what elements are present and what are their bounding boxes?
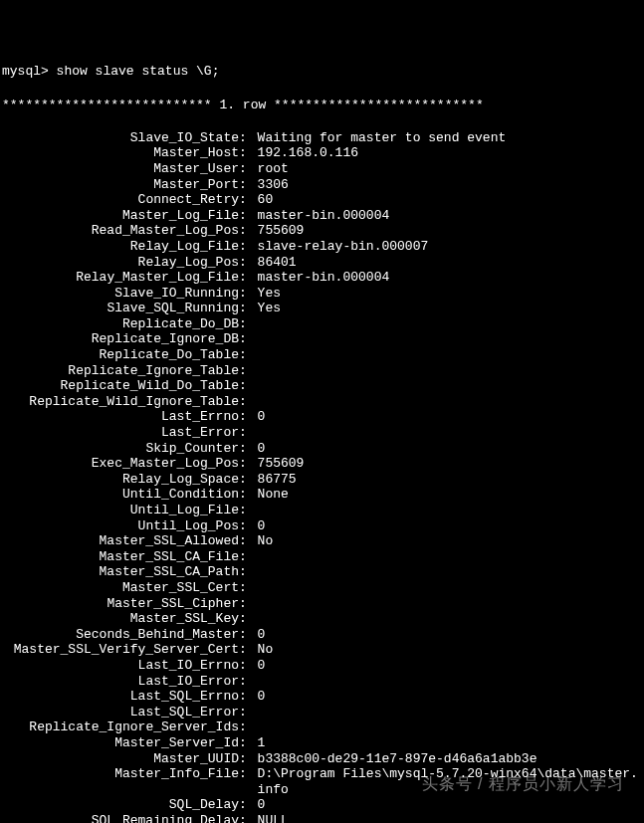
status-value — [258, 720, 642, 735]
separator: : — [239, 409, 258, 425]
status-row: Seconds_Behind_Master: 0 — [2, 627, 642, 643]
status-row: Relay_Master_Log_File: master-bin.000004 — [2, 270, 642, 286]
separator: : — [239, 720, 258, 735]
status-row: Replicate_Ignore_Table: — [2, 363, 642, 379]
status-label: Master_Port — [2, 177, 239, 193]
separator: : — [239, 208, 258, 224]
status-value — [258, 378, 642, 394]
status-value: No — [258, 533, 642, 549]
separator: : — [239, 658, 258, 674]
status-value — [258, 674, 642, 690]
status-label: Master_SSL_Verify_Server_Cert — [2, 642, 239, 658]
status-row: Master_SSL_CA_Path: — [2, 564, 642, 580]
status-label: Read_Master_Log_Pos — [2, 223, 239, 239]
separator: : — [239, 223, 258, 239]
status-value — [258, 347, 642, 363]
status-row: Until_Condition: None — [2, 487, 642, 503]
separator: : — [239, 270, 258, 286]
status-value: Yes — [258, 301, 642, 316]
status-value: 0 — [258, 689, 642, 705]
status-row: Last_SQL_Errno: 0 — [2, 689, 642, 705]
status-value: 3306 — [258, 177, 642, 193]
status-value: 86401 — [258, 255, 642, 271]
status-row: Until_Log_File: — [2, 503, 642, 518]
status-row: Master_SSL_CA_File: — [2, 549, 642, 565]
separator: : — [239, 751, 258, 767]
status-value — [258, 580, 642, 596]
status-label: Relay_Log_Space — [2, 472, 239, 488]
status-row: Connect_Retry: 60 — [2, 192, 642, 208]
status-row: Master_SSL_Cert: — [2, 580, 642, 596]
status-label: Master_SSL_Cipher — [2, 596, 239, 612]
status-label: Connect_Retry — [2, 192, 239, 208]
status-value — [258, 394, 642, 410]
status-value — [258, 503, 642, 518]
separator: : — [239, 766, 258, 797]
mysql-prompt[interactable]: mysql> show slave status \G; — [2, 64, 642, 80]
status-row: Master_Host: 192.168.0.116 — [2, 145, 642, 161]
separator: : — [239, 425, 258, 441]
status-label: Master_Host — [2, 145, 239, 161]
status-row: Master_User: root — [2, 161, 642, 177]
separator: : — [239, 378, 258, 394]
separator: : — [239, 487, 258, 503]
status-row: Replicate_Do_DB: — [2, 316, 642, 332]
status-row: SQL_Delay: 0 — [2, 797, 642, 813]
separator: : — [239, 518, 258, 534]
status-row: Relay_Log_Pos: 86401 — [2, 255, 642, 271]
separator: : — [239, 456, 258, 472]
status-row: Last_IO_Errno: 0 — [2, 658, 642, 674]
status-value — [258, 425, 642, 441]
status-row: Master_UUID: b3388c00-de29-11e7-897e-d46… — [2, 751, 642, 767]
status-row: Master_SSL_Allowed: No — [2, 533, 642, 549]
separator: : — [239, 192, 258, 208]
status-label: Replicate_Wild_Ignore_Table — [2, 394, 239, 410]
row-header: *************************** 1. row *****… — [2, 98, 642, 113]
status-output: Slave_IO_State: Waiting for master to se… — [2, 130, 642, 823]
status-label: Master_Info_File — [2, 766, 239, 797]
status-label: Slave_IO_Running — [2, 286, 239, 302]
separator: : — [239, 130, 258, 146]
status-label: Skip_Counter — [2, 441, 239, 457]
status-row: Skip_Counter: 0 — [2, 441, 642, 457]
status-value: 192.168.0.116 — [258, 145, 642, 161]
separator: : — [239, 674, 258, 690]
separator: : — [239, 813, 258, 823]
status-label: Master_SSL_CA_Path — [2, 564, 239, 580]
status-value: Waiting for master to send event — [258, 130, 642, 146]
separator: : — [239, 705, 258, 720]
status-row: Master_Log_File: master-bin.000004 — [2, 208, 642, 224]
status-value — [258, 549, 642, 565]
status-value: 86775 — [258, 472, 642, 488]
status-label: Master_SSL_CA_File — [2, 549, 239, 565]
status-label: Replicate_Do_Table — [2, 347, 239, 363]
status-label: Last_SQL_Errno — [2, 689, 239, 705]
separator: : — [239, 239, 258, 255]
status-value: 0 — [258, 658, 642, 674]
status-label: Last_IO_Errno — [2, 658, 239, 674]
status-row: Relay_Log_File: slave-relay-bin.000007 — [2, 239, 642, 255]
separator: : — [239, 596, 258, 612]
status-value: 755609 — [258, 456, 642, 472]
separator: : — [239, 627, 258, 643]
separator: : — [239, 611, 258, 627]
status-label: Last_IO_Error — [2, 674, 239, 690]
status-label: Replicate_Ignore_DB — [2, 331, 239, 347]
status-row: Last_Errno: 0 — [2, 409, 642, 425]
status-label: Master_SSL_Cert — [2, 580, 239, 596]
status-label: Last_Errno — [2, 409, 239, 425]
status-row: Last_SQL_Error: — [2, 705, 642, 720]
status-label: Master_SSL_Key — [2, 611, 239, 627]
separator: : — [239, 363, 258, 379]
status-label: Seconds_Behind_Master — [2, 627, 239, 643]
status-label: SQL_Remaining_Delay — [2, 813, 239, 823]
status-row: Read_Master_Log_Pos: 755609 — [2, 223, 642, 239]
status-value: 0 — [258, 441, 642, 457]
status-label: Exec_Master_Log_Pos — [2, 456, 239, 472]
status-value — [258, 596, 642, 612]
status-row: Slave_IO_Running: Yes — [2, 286, 642, 302]
status-value — [258, 316, 642, 332]
status-value: 0 — [258, 627, 642, 643]
status-label: Master_Server_Id — [2, 735, 239, 751]
separator: : — [239, 394, 258, 410]
